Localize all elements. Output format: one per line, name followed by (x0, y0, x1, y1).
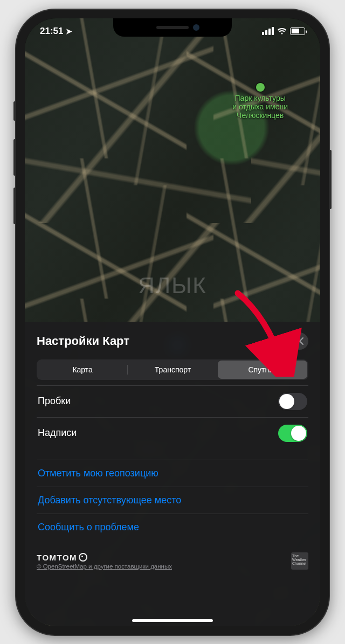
wifi-icon (277, 27, 287, 35)
mute-switch (13, 101, 16, 121)
tomtom-logo: TOMTOM (37, 553, 172, 562)
phone-frame: 21:51 ➤ Парк культуры и отдыха имени Чел… (16, 10, 329, 635)
tree-icon (256, 83, 265, 92)
row-labels: Надписи (37, 417, 308, 449)
home-indicator[interactable] (132, 619, 213, 622)
sheet-header: Настройки Карт (37, 333, 308, 350)
map-type-segmented-control[interactable]: Карта Транспорт Спутник (37, 359, 308, 380)
osm-attribution-link[interactable]: © OpenStreetMap и другие поставщики данн… (37, 563, 172, 570)
attribution-footer: TOMTOM © OpenStreetMap и другие поставщи… (37, 552, 308, 570)
link-mark-my-location[interactable]: Отметить мою геопозицию (37, 460, 308, 487)
power-button (329, 150, 332, 209)
watermark: ЯЛЫК (138, 273, 207, 299)
link-add-missing-place[interactable]: Добавить отсутствующее место (37, 487, 308, 514)
poi-line: Челюскинцев (232, 111, 288, 120)
status-right (262, 27, 305, 35)
traffic-label: Пробки (38, 396, 71, 407)
location-services-icon: ➤ (66, 27, 72, 36)
segment-transit[interactable]: Транспорт (128, 361, 217, 379)
sheet-title: Настройки Карт (37, 334, 129, 348)
close-button[interactable] (291, 333, 308, 350)
map-settings-sheet: Настройки Карт Карта Транспорт Спутник П… (25, 322, 320, 626)
link-report-problem[interactable]: Сообщить о проблеме (37, 514, 308, 541)
close-icon (296, 337, 303, 345)
status-time: 21:51 (40, 26, 63, 36)
speaker-grill (156, 26, 189, 29)
battery-icon (290, 27, 305, 35)
notch (113, 18, 232, 37)
status-left: 21:51 ➤ (40, 26, 72, 37)
front-camera (193, 24, 199, 31)
traffic-toggle[interactable] (278, 393, 307, 410)
poi-line: и отдыха имени (232, 102, 288, 111)
segment-satellite[interactable]: Спутник (218, 361, 307, 379)
cellular-signal-icon (262, 27, 274, 35)
volume-up-button (13, 139, 16, 176)
labels-label: Надписи (38, 427, 77, 439)
poi-park-label[interactable]: Парк культуры и отдыха имени Челюскинцев (232, 83, 288, 120)
tomtom-globe-icon (79, 553, 87, 562)
poi-line: Парк культуры (232, 94, 288, 102)
labels-toggle[interactable] (278, 425, 307, 442)
segment-map[interactable]: Карта (38, 361, 127, 379)
volume-down-button (13, 188, 16, 224)
tomtom-text: TOMTOM (37, 553, 77, 562)
screen: 21:51 ➤ Парк культуры и отдыха имени Чел… (25, 18, 320, 626)
weather-channel-badge[interactable]: The Weather Channel (291, 552, 308, 570)
row-traffic: Пробки (37, 385, 308, 417)
